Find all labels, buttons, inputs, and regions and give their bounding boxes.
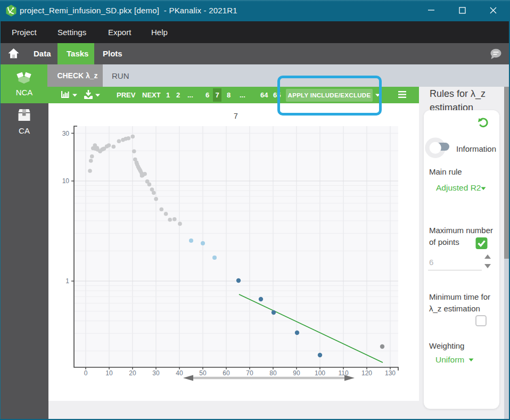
svg-text:110: 110 [338, 369, 348, 377]
svg-text:70: 70 [246, 369, 253, 377]
svg-text:130: 130 [385, 369, 396, 377]
svg-text:30: 30 [152, 369, 160, 377]
svg-text:10: 10 [105, 369, 113, 377]
svg-text:1: 1 [65, 277, 69, 285]
svg-text:30: 30 [62, 130, 70, 137]
svg-text:20: 20 [129, 369, 136, 377]
svg-text:100: 100 [315, 369, 325, 377]
svg-text:90: 90 [293, 369, 300, 377]
svg-text:120: 120 [361, 369, 372, 377]
svg-text:40: 40 [176, 369, 183, 377]
svg-text:80: 80 [269, 369, 277, 377]
svg-text:0: 0 [84, 369, 88, 377]
svg-text:50: 50 [199, 369, 207, 377]
svg-text:10: 10 [62, 177, 70, 185]
svg-text:7: 7 [234, 112, 238, 120]
svg-text:60: 60 [223, 369, 230, 377]
